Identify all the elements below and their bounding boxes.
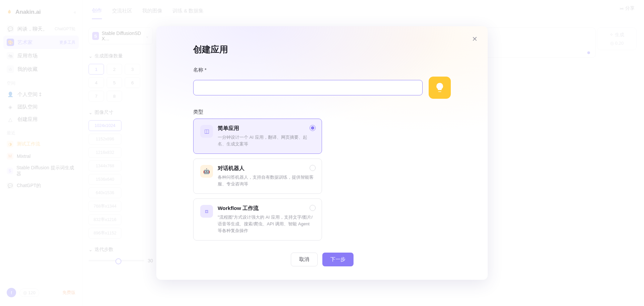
type-icon: ◫ bbox=[200, 125, 213, 138]
type-icon: 🤖 bbox=[200, 165, 213, 178]
app-icon-picker[interactable] bbox=[429, 77, 451, 99]
create-app-modal: ✕ 创建应用 名称 * 类型 ◫ 简单应用 一分钟设计一个 AI 应用，翻译、网… bbox=[156, 26, 488, 280]
modal-overlay: ✕ 创建应用 名称 * 类型 ◫ 简单应用 一分钟设计一个 AI 应用，翻译、网… bbox=[0, 0, 644, 306]
name-input-row bbox=[193, 77, 451, 99]
type-desc: "流程图"方式设计强大的 AI 应用，支持文字/图片/语音等生成、搜索/爬虫、A… bbox=[218, 214, 315, 234]
next-button[interactable]: 下一步 bbox=[322, 253, 354, 266]
type-card-1[interactable]: 🤖 对话机器人 各种问答机器人，支持自有数据训练，提供智能客服、专业咨询等 bbox=[193, 159, 322, 194]
type-radio[interactable] bbox=[310, 125, 316, 131]
type-radio[interactable] bbox=[310, 205, 316, 211]
type-card-0[interactable]: ◫ 简单应用 一分钟设计一个 AI 应用，翻译、网页摘要、起名、生成文案等 bbox=[193, 119, 322, 154]
type-radio[interactable] bbox=[310, 165, 316, 171]
name-input[interactable] bbox=[193, 80, 423, 95]
modal-actions: 取消 下一步 bbox=[193, 253, 451, 266]
cancel-button[interactable]: 取消 bbox=[291, 253, 318, 266]
type-label: 类型 bbox=[193, 109, 451, 115]
lightbulb-icon bbox=[434, 82, 445, 93]
type-desc: 一分钟设计一个 AI 应用，翻译、网页摘要、起名、生成文案等 bbox=[218, 134, 315, 147]
name-label: 名称 * bbox=[193, 67, 451, 73]
type-title: 对话机器人 bbox=[218, 165, 315, 172]
type-icon: ⧈ bbox=[200, 205, 213, 218]
type-title: Workflow 工作流 bbox=[218, 205, 315, 212]
type-desc: 各种问答机器人，支持自有数据训练，提供智能客服、专业咨询等 bbox=[218, 174, 315, 187]
close-button[interactable]: ✕ bbox=[472, 35, 478, 43]
type-card-2[interactable]: ⧈ Workflow 工作流 "流程图"方式设计强大的 AI 应用，支持文字/图… bbox=[193, 199, 322, 241]
modal-title: 创建应用 bbox=[193, 44, 451, 55]
type-title: 简单应用 bbox=[218, 125, 315, 132]
